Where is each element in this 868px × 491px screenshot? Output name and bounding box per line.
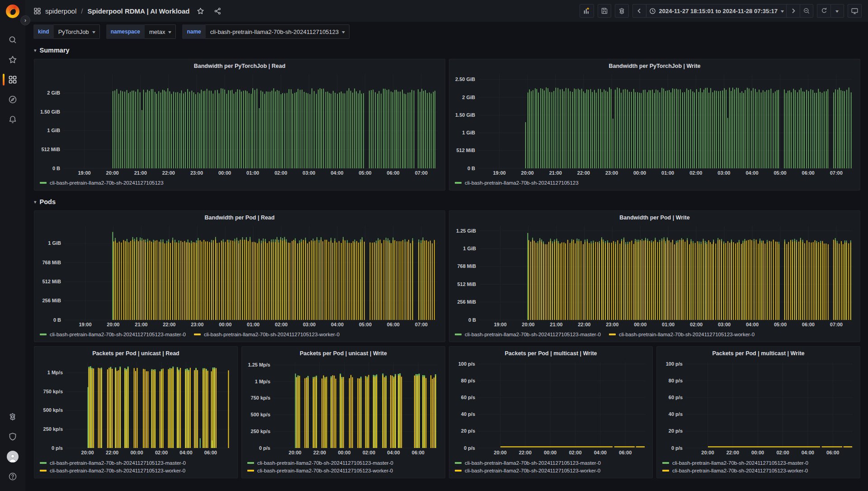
panel-title[interactable]: Packets per Pod | multicast | Write: [452, 349, 650, 359]
section-header-pods[interactable]: ▾ Pods: [34, 196, 860, 208]
svg-text:20:00: 20:00: [701, 450, 714, 455]
sidebar-item-dashboards[interactable]: [0, 70, 25, 90]
sidebar-item-help[interactable]: [0, 467, 25, 486]
save-dashboard-button[interactable]: [598, 4, 611, 18]
timeseries-chart[interactable]: 20:0022:0000:0002:0004:0006:000 p/s20 p/…: [660, 359, 857, 457]
svg-text:21:00: 21:00: [134, 170, 147, 176]
svg-text:1 GiB: 1 GiB: [48, 240, 61, 246]
legend-label: cli-bash-pretrain-llama2-70b-sh-20241127…: [465, 180, 579, 186]
time-shift-forward-button[interactable]: [786, 4, 800, 18]
legend-item[interactable]: cli-bash-pretrain-llama2-70b-sh-20241127…: [455, 468, 649, 473]
legend-item[interactable]: cli-bash-pretrain-llama2-70b-sh-20241127…: [194, 332, 340, 337]
panel-title[interactable]: Bandwidth per PyTorchJob | Read: [37, 62, 442, 72]
svg-text:0 B: 0 B: [52, 166, 60, 171]
variable-namespace-select[interactable]: metax▾: [145, 24, 176, 39]
sidebar-item-explore[interactable]: [0, 90, 25, 110]
legend-item[interactable]: cli-bash-pretrain-llama2-70b-sh-20241127…: [40, 468, 234, 473]
svg-text:0 B: 0 B: [468, 317, 476, 323]
refresh-button[interactable]: [817, 4, 830, 18]
svg-text:06:00: 06:00: [802, 170, 815, 176]
legend-label: cli-bash-pretrain-llama2-70b-sh-20241127…: [619, 332, 755, 337]
sidebar-item-alerting[interactable]: [0, 110, 25, 129]
svg-text:1 GiB: 1 GiB: [463, 246, 476, 251]
svg-text:40 p/s: 40 p/s: [461, 411, 475, 417]
panel-title[interactable]: Bandwidth per Pod | Read: [37, 213, 442, 223]
variable-name-select[interactable]: cli-bash-pretrain-llama2-70b-sh-20241127…: [206, 24, 350, 39]
timeseries-chart[interactable]: 20:0022:0000:0002:0004:0006:000 p/s20 p/…: [452, 359, 650, 457]
legend-item[interactable]: cli-bash-pretrain-llama2-70b-sh-20241127…: [40, 332, 186, 337]
svg-text:23:00: 23:00: [605, 170, 618, 176]
panel-title[interactable]: Packets per Pod | multicast | Write: [660, 349, 857, 359]
timeseries-chart[interactable]: 19:0020:0021:0022:0023:0000:0001:0002:00…: [452, 223, 857, 329]
variable-kind-select[interactable]: PyTorchJob▾: [54, 24, 100, 39]
svg-text:20 p/s: 20 p/s: [461, 428, 475, 434]
timeseries-chart[interactable]: 19:0020:0021:0022:0023:0000:0001:0002:00…: [452, 72, 857, 177]
dashboard-settings-button[interactable]: [615, 4, 629, 18]
share-button[interactable]: [211, 5, 224, 17]
sidebar-item-search[interactable]: [0, 30, 25, 50]
breadcrumb-root[interactable]: spiderpool: [45, 7, 76, 15]
favorite-star-button[interactable]: [194, 5, 207, 17]
legend-item[interactable]: cli-bash-pretrain-llama2-70b-sh-20241127…: [609, 332, 755, 337]
svg-text:04:00: 04:00: [745, 170, 758, 176]
legend-item[interactable]: cli-bash-pretrain-llama2-70b-sh-20241127…: [247, 468, 441, 473]
svg-text:40 p/s: 40 p/s: [669, 411, 683, 417]
chevron-right-icon: [791, 8, 796, 14]
expand-sidebar-button[interactable]: ›: [20, 15, 30, 25]
sidebar-item-security[interactable]: [0, 427, 25, 447]
dashboard-content: ▾ Summary Bandwidth per PyTorchJob | Rea…: [25, 42, 868, 491]
panel-title[interactable]: Bandwidth per Pod | Write: [452, 213, 857, 223]
svg-text:02:00: 02:00: [569, 450, 581, 455]
panel-packets-unicast-read: Packets per Pod | unicast | Read 20:0022…: [34, 346, 238, 478]
zoom-out-button[interactable]: [800, 4, 813, 18]
panel-title[interactable]: Packets per Pod | unicast | Write: [245, 349, 442, 359]
panel-bandwidth-per-pytorchjob-write: Bandwidth per PyTorchJob | Write 19:0020…: [449, 59, 860, 191]
svg-text:2 GiB: 2 GiB: [462, 95, 475, 100]
legend-label: cli-bash-pretrain-llama2-70b-sh-20241127…: [50, 468, 185, 473]
time-range-label: 2024-11-27 18:15:01 to 2024-11-28 07:35:…: [659, 8, 778, 14]
time-controls: 2024-11-27 18:15:01 to 2024-11-28 07:35:…: [632, 4, 813, 18]
svg-text:03:00: 03:00: [717, 170, 730, 176]
legend-item[interactable]: cli-bash-pretrain-llama2-70b-sh-20241127…: [662, 460, 856, 466]
summary-row: Bandwidth per PyTorchJob | Read 19:0020:…: [34, 59, 860, 191]
svg-text:60 p/s: 60 p/s: [669, 395, 683, 400]
timeseries-chart[interactable]: 20:0022:0000:0002:0004:0006:000 p/s250 k…: [37, 359, 235, 457]
time-shift-back-button[interactable]: [632, 4, 646, 18]
grafana-logo[interactable]: [6, 5, 19, 18]
svg-text:07:00: 07:00: [830, 170, 843, 176]
legend-item[interactable]: cli-bash-pretrain-llama2-70b-sh-20241127…: [455, 180, 579, 186]
legend-item[interactable]: cli-bash-pretrain-llama2-70b-sh-20241127…: [40, 180, 164, 186]
svg-text:1 Mp/s: 1 Mp/s: [255, 379, 270, 384]
panel-bandwidth-per-pod-write: Bandwidth per Pod | Write 19:0020:0021:0…: [449, 210, 860, 342]
sidebar-item-admin[interactable]: [0, 407, 25, 427]
kiosk-mode-button[interactable]: [848, 4, 862, 18]
timeseries-chart[interactable]: 19:0020:0021:0022:0023:0000:0001:0002:00…: [37, 72, 442, 177]
svg-text:03:00: 03:00: [718, 322, 731, 327]
add-panel-button[interactable]: [580, 4, 594, 18]
panel-title[interactable]: Packets per Pod | unicast | Read: [37, 349, 235, 359]
time-range-picker[interactable]: 2024-11-27 18:15:01 to 2024-11-28 07:35:…: [646, 4, 786, 18]
svg-text:04:00: 04:00: [387, 450, 400, 455]
panel-title[interactable]: Bandwidth per PyTorchJob | Write: [452, 62, 857, 72]
sidebar-item-profile[interactable]: [0, 447, 25, 467]
section-header-summary[interactable]: ▾ Summary: [34, 44, 860, 56]
svg-text:100 p/s: 100 p/s: [458, 361, 475, 367]
svg-text:06:00: 06:00: [802, 322, 815, 327]
legend-item[interactable]: cli-bash-pretrain-llama2-70b-sh-20241127…: [40, 460, 234, 466]
svg-text:1 Mp/s: 1 Mp/s: [47, 370, 63, 375]
refresh-interval-dropdown[interactable]: ▾: [830, 4, 844, 18]
svg-text:00:00: 00:00: [751, 450, 764, 455]
legend-item[interactable]: cli-bash-pretrain-llama2-70b-sh-20241127…: [455, 460, 649, 466]
legend-item[interactable]: cli-bash-pretrain-llama2-70b-sh-20241127…: [662, 468, 856, 473]
timeseries-chart[interactable]: 20:0022:0000:0002:0004:0006:000 p/s250 k…: [245, 359, 442, 457]
svg-text:0 p/s: 0 p/s: [464, 445, 475, 451]
variable-namespace-label: namespace: [106, 24, 145, 39]
star-icon: [197, 7, 204, 15]
legend-item[interactable]: cli-bash-pretrain-llama2-70b-sh-20241127…: [455, 332, 601, 337]
legend-item[interactable]: cli-bash-pretrain-llama2-70b-sh-20241127…: [247, 460, 441, 466]
breadcrumb-page-title: Spiderpool RDMA | AI Workload: [87, 7, 189, 15]
timeseries-chart[interactable]: 19:0020:0021:0022:0023:0000:0001:0002:00…: [37, 223, 442, 329]
sidebar-item-starred[interactable]: [0, 50, 25, 70]
svg-text:768 MiB: 768 MiB: [457, 263, 476, 269]
svg-text:05:00: 05:00: [774, 322, 787, 327]
